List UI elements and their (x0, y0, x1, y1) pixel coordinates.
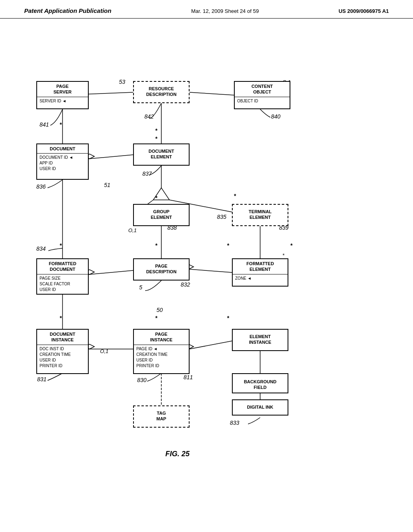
document-box: DOCUMENT DOCUMENT ID ◄APP IDUSER ID (36, 143, 89, 180)
document-instance-title: DOCUMENTINSTANCE (37, 330, 88, 345)
svg-text:*: * (155, 315, 158, 321)
document-element-box: DOCUMENTELEMENT (133, 143, 190, 166)
svg-text:841: 841 (40, 121, 49, 128)
background-field-title: BACKGROUNDFIELD (233, 374, 288, 392)
svg-text:834: 834 (36, 245, 46, 252)
svg-text:835: 835 (217, 214, 227, 220)
page-server-title: PAGESERVER (37, 82, 88, 97)
svg-text:53: 53 (119, 79, 125, 85)
document-element-title: DOCUMENTELEMENT (134, 144, 189, 162)
patent-number-label: US 2009/0066975 A1 (338, 8, 389, 14)
svg-text:*: * (155, 135, 158, 142)
page-server-fields: SERVER ID ◄ (37, 97, 88, 105)
element-instance-box: ELEMENTINSTANCE (232, 329, 288, 351)
svg-text:832: 832 (181, 281, 190, 288)
terminal-element-title: TERMINALELEMENT (233, 205, 288, 222)
document-instance-fields: DOC INST IDCREATION TIMEUSER IDPRINTER I… (37, 345, 88, 370)
svg-text:831: 831 (37, 376, 46, 382)
svg-text:*: * (282, 252, 285, 258)
svg-text:840: 840 (271, 113, 281, 120)
page-server-box: PAGESERVER SERVER ID ◄ (36, 81, 89, 109)
svg-text:811: 811 (184, 374, 193, 380)
svg-text:*: * (155, 195, 158, 201)
diagram-area: O,1 * * * * * O,1 * * * * * * * * O,1 (0, 19, 413, 502)
page-instance-title: PAGEINSTANCE (134, 330, 189, 345)
digital-ink-title: DIGITAL INK (233, 400, 288, 411)
svg-text:O,1: O,1 (128, 227, 137, 233)
page-header: Patent Application Publication Mar. 12, … (0, 0, 413, 19)
document-title: DOCUMENT (37, 144, 88, 154)
svg-text:830: 830 (137, 377, 147, 383)
svg-text:*: * (60, 121, 62, 128)
svg-text:*: * (60, 242, 62, 249)
tag-map-box: TAGMAP (133, 405, 190, 428)
digital-ink-box: DIGITAL INK (232, 399, 288, 416)
resource-description-box: RESOURCEDESCRIPTION (133, 81, 190, 103)
tag-map-title: TAGMAP (134, 406, 189, 424)
terminal-element-box: TERMINALELEMENT (232, 204, 288, 226)
svg-text:833: 833 (230, 420, 240, 426)
page-description-box: PAGEDESCRIPTION (133, 258, 190, 281)
document-instance-box: DOCUMENTINSTANCE DOC INST IDCREATION TIM… (36, 329, 89, 374)
resource-description-title: RESOURCEDESCRIPTION (134, 82, 189, 99)
svg-text:*: * (227, 242, 229, 249)
svg-marker-7 (153, 188, 169, 200)
svg-text:O,1: O,1 (100, 348, 108, 354)
page-description-title: PAGEDESCRIPTION (134, 259, 189, 276)
formatted-document-title: FORMATTEDDOCUMENT (37, 259, 88, 274)
svg-text:837: 837 (142, 170, 152, 177)
svg-line-15 (190, 269, 232, 272)
background-field-box: BACKGROUNDFIELD (232, 373, 288, 393)
svg-text:842: 842 (144, 113, 154, 120)
content-object-box: CONTENTOBJECT OBJECT ID (234, 81, 290, 109)
publication-label: Patent Application Publication (24, 7, 111, 14)
content-object-title: CONTENTOBJECT (235, 82, 290, 97)
svg-text:50: 50 (156, 307, 163, 313)
svg-text:836: 836 (36, 183, 46, 190)
formatted-document-fields: PAGE SIZESCALE FACTORUSER ID (37, 274, 88, 294)
svg-line-20 (190, 341, 232, 349)
page-instance-box: PAGEINSTANCE PAGE ID ◄CREATION TIMEUSER … (133, 329, 190, 374)
svg-text:5: 5 (139, 284, 142, 291)
svg-text:*: * (234, 193, 236, 199)
formatted-element-box: FORMATTEDELEMENT ZONE ◄ (232, 258, 288, 287)
figure-caption: FIG. 25 (153, 450, 202, 458)
content-object-fields: OBJECT ID (235, 97, 290, 105)
element-instance-title: ELEMENTINSTANCE (233, 330, 288, 347)
svg-text:*: * (290, 242, 293, 249)
page-instance-fields: PAGE ID ◄CREATION TIMEUSER IDPRINTER ID (134, 345, 189, 370)
formatted-document-box: FORMATTEDDOCUMENT PAGE SIZESCALE FACTORU… (36, 258, 89, 295)
svg-text:*: * (155, 127, 158, 134)
formatted-element-title: FORMATTEDELEMENT (233, 259, 288, 274)
group-element-box: GROUPELEMENT (133, 204, 190, 226)
formatted-element-fields: ZONE ◄ (233, 274, 288, 283)
svg-text:*: * (155, 242, 158, 249)
svg-line-3 (89, 155, 133, 159)
date-sheet-label: Mar. 12, 2009 Sheet 24 of 59 (191, 8, 259, 14)
svg-line-1 (190, 92, 234, 95)
svg-text:51: 51 (104, 182, 111, 188)
svg-text:*: * (227, 315, 229, 321)
svg-line-13 (89, 270, 133, 274)
svg-text:*: * (60, 315, 62, 321)
document-fields: DOCUMENT ID ◄APP IDUSER ID (37, 154, 88, 173)
group-element-title: GROUPELEMENT (134, 205, 189, 222)
